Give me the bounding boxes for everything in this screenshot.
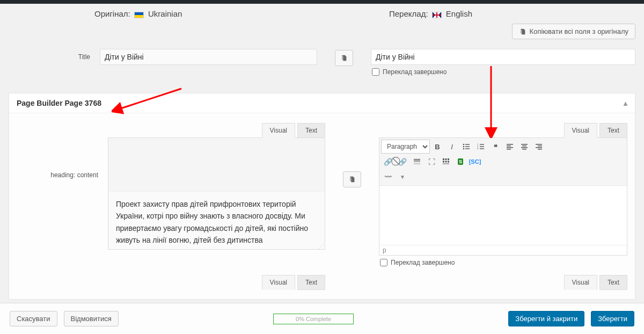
link-button[interactable]: 🔗 (381, 155, 395, 169)
decline-button[interactable]: Відмовитися (64, 311, 119, 326)
unlink-button[interactable]: 🔗⃠ (396, 155, 409, 169)
svg-rect-23 (538, 146, 542, 147)
page-builder-panel: Page Builder Page 3768 ▴ heading: conten… (9, 93, 635, 300)
panel-title: Page Builder Page 3768 (17, 99, 101, 107)
toolbar-toggle-button[interactable] (439, 155, 453, 169)
blockquote-button[interactable]: ❝ (488, 140, 502, 154)
shortcode-green-button[interactable]: S (453, 155, 467, 169)
svg-rect-10 (480, 148, 484, 149)
bullet-list-button[interactable] (459, 140, 473, 154)
language-header: Оригінал: Ukrainian Переклад: English (9, 4, 635, 20)
svg-rect-17 (507, 149, 511, 150)
src2-tab-text[interactable]: Text (297, 275, 325, 290)
svg-rect-29 (414, 164, 420, 164)
save-button[interactable]: Зберегти (591, 311, 634, 326)
translation-lang-name: English (446, 9, 472, 18)
fullscreen-button[interactable]: ⛶ (425, 155, 438, 169)
align-center-button[interactable] (517, 140, 531, 154)
footer-bar: Скасувати Відмовитися 0% Complete Зберег… (0, 303, 644, 334)
svg-rect-31 (445, 158, 447, 160)
cancel-button[interactable]: Скасувати (10, 311, 57, 326)
status-element-path: p (383, 246, 386, 254)
svg-rect-7 (465, 148, 470, 149)
italic-button[interactable]: I (445, 140, 459, 154)
extra-dropdown-button[interactable]: ▼ (396, 170, 409, 184)
align-left-button[interactable] (503, 140, 517, 154)
dst-tab-visual[interactable]: Visual (564, 123, 597, 138)
extra-toolbar-button[interactable]: 〰 (381, 170, 395, 184)
svg-rect-36 (443, 163, 449, 164)
copy-title-button[interactable] (335, 50, 353, 66)
save-and-close-button[interactable]: Зберегти й закрити (508, 311, 584, 326)
svg-rect-24 (536, 147, 542, 148)
content-complete-input[interactable] (380, 259, 387, 266)
title-row: Title Переклад завершено (9, 47, 635, 78)
dst-tab-text[interactable]: Text (599, 123, 627, 138)
svg-rect-26 (414, 159, 420, 160)
copy-content-button[interactable] (343, 171, 361, 187)
content-complete-checkbox[interactable]: Переклад завершено (379, 256, 627, 266)
insert-more-button[interactable] (410, 155, 424, 169)
title-complete-checkbox[interactable]: Переклад завершено (371, 65, 635, 76)
source-editor: Проект захисту прав дітей прифронтових т… (108, 137, 325, 250)
editor-status-bar: p (379, 245, 627, 255)
copy-icon (340, 54, 348, 62)
src2-tab-visual[interactable]: Visual (262, 275, 295, 290)
title-complete-input[interactable] (372, 68, 379, 76)
svg-rect-30 (443, 158, 444, 160)
svg-rect-8 (480, 144, 484, 144)
title-translation-input[interactable] (371, 49, 635, 65)
format-select[interactable]: Paragraph (381, 140, 430, 154)
translation-content-area[interactable] (379, 186, 627, 245)
dst2-tab-text[interactable]: Text (599, 275, 627, 290)
editor-toolbar: Paragraph B I 123 ❝ (379, 138, 627, 186)
svg-rect-3 (465, 144, 470, 144)
svg-rect-32 (448, 158, 449, 160)
svg-rect-34 (445, 161, 447, 163)
src-tab-text[interactable]: Text (297, 123, 325, 138)
progress-label: 0% Complete (296, 316, 331, 322)
numbered-list-button[interactable]: 123 (474, 140, 488, 154)
svg-point-2 (463, 144, 465, 146)
bold-button[interactable]: B (430, 140, 444, 154)
align-right-button[interactable] (532, 140, 546, 154)
heading-content-row: heading: content Visual Text Проект захи… (17, 121, 627, 268)
svg-rect-20 (521, 147, 528, 148)
svg-rect-21 (522, 149, 526, 150)
svg-rect-15 (507, 146, 511, 147)
dst2-tab-visual[interactable]: Visual (564, 275, 597, 290)
source-content-text: Проект захисту прав дітей прифронтових т… (108, 192, 325, 245)
svg-rect-19 (522, 146, 526, 147)
translation-editor: Paragraph B I 123 ❝ (379, 137, 627, 256)
copy-all-label: Копіювати всі поля з оригіналу (530, 27, 628, 35)
svg-text:3: 3 (477, 147, 479, 150)
panel-header[interactable]: Page Builder Page 3768 ▴ (9, 93, 635, 113)
svg-rect-25 (538, 149, 542, 150)
copy-icon (348, 176, 356, 183)
svg-point-4 (463, 146, 465, 148)
svg-rect-22 (536, 144, 542, 145)
title-source-input (100, 49, 317, 65)
copy-icon (519, 28, 526, 35)
svg-rect-28 (414, 163, 420, 163)
svg-rect-14 (507, 144, 513, 145)
svg-rect-18 (521, 144, 528, 145)
original-lang-name: Ukrainian (148, 9, 182, 18)
svg-rect-16 (507, 147, 513, 148)
copy-all-fields-button[interactable]: Копіювати всі поля з оригіналу (512, 24, 635, 39)
shortcode-blue-button[interactable]: [SC] (468, 155, 482, 169)
resize-handle-icon[interactable]: ⋰ (108, 245, 325, 249)
svg-point-6 (463, 148, 465, 150)
title-complete-label: Переклад завершено (383, 68, 447, 76)
flag-ukraine-icon (134, 12, 144, 18)
collapse-icon[interactable]: ▴ (624, 99, 627, 107)
title-label: Title (9, 49, 100, 61)
original-label: Оригінал: (94, 9, 130, 18)
heading-content-label: heading: content (17, 123, 108, 179)
source-toolbar-placeholder (108, 138, 325, 192)
svg-rect-5 (465, 146, 470, 147)
content-complete-label: Переклад завершено (391, 259, 455, 266)
src-tab-visual[interactable]: Visual (262, 123, 295, 138)
progress-bar: 0% Complete (273, 314, 354, 324)
admin-top-bar (0, 0, 644, 4)
